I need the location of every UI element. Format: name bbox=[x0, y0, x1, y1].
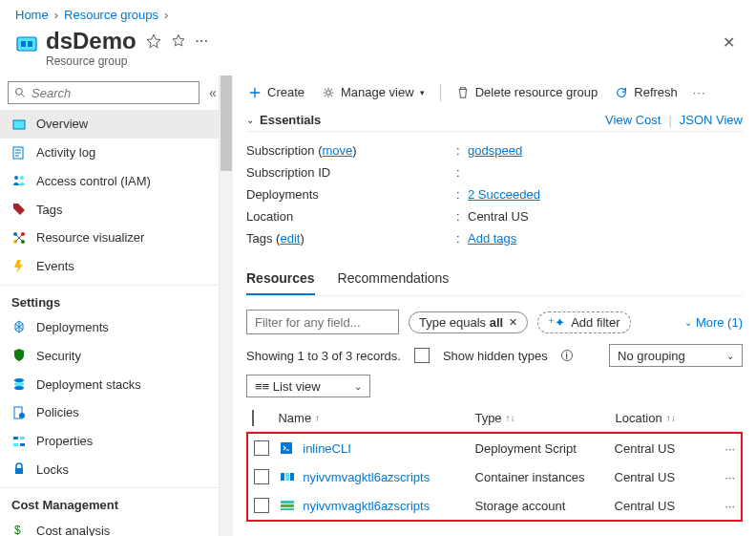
svg-point-20 bbox=[14, 382, 24, 386]
svg-rect-28 bbox=[15, 468, 23, 474]
list-view-select[interactable]: ≡≡ List view⌄ bbox=[246, 375, 370, 397]
collapse-sidebar-icon[interactable]: « bbox=[205, 85, 220, 100]
create-button[interactable]: Create bbox=[246, 81, 306, 103]
remove-filter-icon[interactable]: ✕ bbox=[509, 316, 517, 329]
svg-rect-33 bbox=[285, 473, 289, 481]
sidebar-search[interactable] bbox=[8, 81, 200, 104]
essentials-label: Tags (edit) bbox=[246, 231, 456, 246]
sidebar-scrollbar[interactable] bbox=[220, 75, 233, 536]
refresh-button[interactable]: Refresh bbox=[613, 81, 680, 103]
more-icon[interactable]: ··· bbox=[196, 33, 211, 49]
resource-link[interactable]: nyivvmvagktl6azscripts bbox=[303, 470, 430, 484]
nav-overview[interactable]: Overview bbox=[0, 110, 219, 139]
tabs: Resources Recommendations bbox=[246, 263, 743, 296]
svg-point-23 bbox=[19, 413, 25, 418]
sidebar-search-input[interactable] bbox=[32, 86, 193, 100]
nav-label: Properties bbox=[36, 434, 93, 448]
nav-properties[interactable]: Properties bbox=[0, 427, 219, 456]
chevron-down-icon: ⌄ bbox=[246, 115, 254, 125]
json-view-link[interactable]: JSON View bbox=[680, 113, 743, 127]
row-actions-icon[interactable]: ··· bbox=[707, 470, 735, 484]
table-row[interactable]: nyivvmvagktl6azscriptsContainer instance… bbox=[248, 462, 741, 491]
resource-link[interactable]: nyivvmvagktl6azscripts bbox=[303, 499, 430, 513]
more-commands-icon[interactable]: ··· bbox=[693, 85, 706, 99]
sort-icon: ↑↓ bbox=[506, 413, 515, 423]
nav-label: Policies bbox=[36, 405, 79, 419]
row-checkbox[interactable] bbox=[254, 498, 269, 513]
refresh-icon bbox=[615, 86, 628, 99]
column-header-location[interactable]: Location ↑↓ bbox=[616, 411, 709, 425]
resource-type: Container instances bbox=[475, 470, 615, 484]
more-filters-link[interactable]: ⌄More (1) bbox=[684, 315, 743, 330]
select-all-checkbox[interactable] bbox=[252, 410, 254, 426]
deployments-link[interactable]: 2 Succeeded bbox=[468, 187, 540, 202]
nav-tags[interactable]: Tags bbox=[0, 195, 219, 224]
nav-label: Cost analysis bbox=[36, 524, 110, 536]
plus-icon bbox=[248, 86, 262, 99]
row-checkbox[interactable] bbox=[254, 469, 269, 484]
search-icon bbox=[14, 87, 26, 98]
add-tags-link[interactable]: Add tags bbox=[468, 231, 516, 246]
svg-point-12 bbox=[20, 176, 24, 180]
resource-link[interactable]: inlineCLI bbox=[303, 441, 351, 456]
info-icon[interactable]: i bbox=[561, 350, 573, 361]
row-checkbox[interactable] bbox=[254, 440, 269, 456]
essentials-header[interactable]: ⌄ Essentials View Cost | JSON View bbox=[246, 107, 743, 132]
page-subtitle: Resource group bbox=[46, 54, 717, 68]
nav-label: Overview bbox=[36, 117, 88, 131]
scrollbar-thumb[interactable] bbox=[220, 75, 232, 171]
btn-label: Create bbox=[267, 85, 304, 99]
essentials-label: Subscription (move) bbox=[246, 143, 456, 158]
nav-label: Activity log bbox=[36, 145, 95, 160]
nav-label: Tags bbox=[36, 203, 62, 217]
breadcrumb-home[interactable]: Home bbox=[15, 8, 49, 22]
column-header-name[interactable]: Name ↑ bbox=[278, 411, 474, 425]
delete-button[interactable]: Delete resource group bbox=[454, 81, 600, 103]
close-icon[interactable]: ✕ bbox=[717, 28, 741, 57]
manage-view-button[interactable]: Manage view▾ bbox=[320, 81, 427, 103]
resource-location: Central US bbox=[615, 499, 707, 513]
nav-resource-visualizer[interactable]: Resource visualizer bbox=[0, 224, 219, 252]
nav-policies[interactable]: Policies bbox=[0, 398, 219, 427]
table-row[interactable]: inlineCLIDeployment ScriptCentral US··· bbox=[248, 434, 741, 462]
nav-deployment-stacks[interactable]: Deployment stacks bbox=[0, 370, 219, 398]
row-actions-icon[interactable]: ··· bbox=[707, 441, 735, 456]
location-value: Central US bbox=[468, 209, 743, 224]
filter-input[interactable] bbox=[246, 310, 399, 334]
table-header: Name ↑ Type ↑↓ Location ↑↓ bbox=[246, 405, 743, 432]
essentials-title: Essentials bbox=[260, 113, 605, 127]
nav-security[interactable]: Security bbox=[0, 341, 219, 370]
star-icon[interactable] bbox=[171, 33, 186, 49]
nav-events[interactable]: Events bbox=[0, 252, 219, 281]
chevron-right-icon: › bbox=[54, 8, 58, 22]
subscription-id-value bbox=[468, 165, 743, 180]
edit-tags-link[interactable]: edit bbox=[280, 231, 300, 246]
subscription-link[interactable]: godspeed bbox=[468, 143, 522, 158]
chevron-down-icon: ⌄ bbox=[354, 381, 362, 392]
show-hidden-checkbox[interactable] bbox=[414, 348, 430, 363]
add-filter-button[interactable]: ⁺✦Add filter bbox=[537, 311, 630, 333]
gear-icon bbox=[322, 86, 335, 99]
table-row[interactable]: nyivvmvagktl6azscriptsStorage accountCen… bbox=[248, 491, 741, 520]
nav-activity-log[interactable]: Activity log bbox=[0, 139, 219, 167]
tab-resources[interactable]: Resources bbox=[246, 263, 315, 295]
grouping-select[interactable]: No grouping⌄ bbox=[609, 344, 743, 367]
resources-table: Name ↑ Type ↑↓ Location ↑↓ inlineCLIDepl… bbox=[246, 405, 743, 522]
move-subscription-link[interactable]: move bbox=[323, 143, 353, 158]
svg-rect-24 bbox=[13, 437, 18, 440]
nav-cost-analysis[interactable]: $Cost analysis bbox=[0, 516, 219, 536]
tab-recommendations[interactable]: Recommendations bbox=[338, 263, 450, 295]
type-filter-chip[interactable]: Type equals all✕ bbox=[409, 311, 528, 333]
nav-deployments[interactable]: Deployments bbox=[0, 313, 219, 342]
resource-type: Storage account bbox=[475, 499, 615, 513]
nav-group-cost: Cost Management bbox=[0, 487, 219, 516]
breadcrumb-resource-groups[interactable]: Resource groups bbox=[64, 8, 158, 22]
separator bbox=[440, 84, 441, 101]
row-actions-icon[interactable]: ··· bbox=[707, 499, 735, 513]
pin-icon[interactable] bbox=[146, 33, 161, 49]
nav-locks[interactable]: Locks bbox=[0, 455, 219, 483]
column-header-type[interactable]: Type ↑↓ bbox=[474, 411, 615, 425]
nav-access-control[interactable]: Access control (IAM) bbox=[0, 167, 219, 196]
svg-line-5 bbox=[22, 95, 25, 97]
view-cost-link[interactable]: View Cost bbox=[605, 113, 661, 127]
